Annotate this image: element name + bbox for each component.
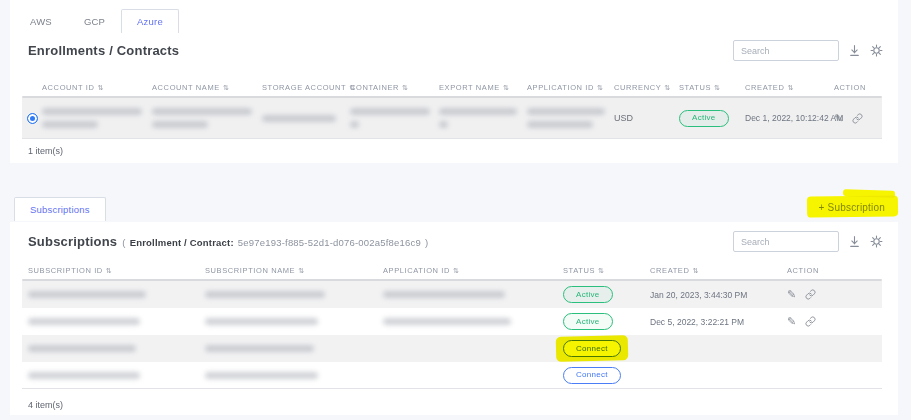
redacted-subscription-id	[28, 318, 140, 325]
col-subscription-id[interactable]: SUBSCRIPTION ID⇅	[22, 266, 199, 275]
yellow-highlight-streak	[843, 189, 895, 198]
redacted-export-name	[439, 108, 525, 128]
link-icon[interactable]	[852, 113, 863, 124]
link-icon[interactable]	[805, 289, 816, 300]
enrollment-contract-id: 5e97e193-f885-52d1-d076-002a5f8e16c9	[238, 237, 421, 248]
redacted-subscription-id	[28, 372, 140, 379]
sort-icon: ⇅	[402, 84, 408, 91]
search-input[interactable]	[733, 231, 839, 252]
subscription-row[interactable]: Connect	[22, 362, 882, 389]
subscription-row[interactable]: Active Dec 5, 2022, 3:22:21 PM ✎	[22, 308, 882, 335]
search-input[interactable]	[733, 40, 839, 61]
col-status[interactable]: STATUS⇅	[557, 266, 644, 275]
edit-icon[interactable]: ✎	[787, 316, 796, 327]
gear-icon[interactable]	[870, 44, 883, 57]
sort-icon: ⇅	[598, 267, 604, 274]
edit-icon[interactable]: ✎	[787, 289, 796, 300]
created-value: Dec 1, 2022, 10:12:42 AM	[743, 113, 832, 123]
link-icon[interactable]	[805, 316, 816, 327]
sort-icon: ⇅	[714, 84, 720, 91]
sort-icon: ⇅	[98, 84, 104, 91]
add-subscription-button[interactable]: + Subscription	[813, 197, 891, 217]
subscriptions-table-header: SUBSCRIPTION ID⇅ SUBSCRIPTION NAME⇅ APPL…	[22, 261, 882, 279]
sort-icon: ⇅	[597, 84, 603, 91]
sort-icon: ⇅	[298, 267, 304, 274]
redacted-account-name	[152, 108, 260, 128]
redacted-subscription-name	[205, 291, 325, 298]
tab-aws[interactable]: AWS	[14, 9, 68, 33]
status-badge: Active	[563, 313, 613, 330]
created-value: Dec 5, 2022, 3:22:21 PM	[644, 317, 781, 327]
enrollments-table-header: ACCOUNT ID⇅ ACCOUNT NAME⇅ STORAGE ACCOUN…	[22, 78, 882, 96]
enrollments-title: Enrollments / Contracts	[28, 43, 179, 58]
tab-subscriptions[interactable]: Subscriptions	[14, 197, 106, 221]
col-status[interactable]: STATUS⇅	[677, 83, 743, 92]
download-icon[interactable]	[848, 235, 861, 248]
redacted-subscription-id	[28, 291, 146, 298]
status-badge: Active	[679, 110, 729, 127]
enrollments-item-count: 1 item(s)	[28, 146, 63, 156]
enrollments-table: ACCOUNT ID⇅ ACCOUNT NAME⇅ STORAGE ACCOUN…	[22, 78, 882, 139]
col-account-name[interactable]: ACCOUNT NAME⇅	[150, 83, 260, 92]
cloud-provider-tabs: AWS GCP Azure	[14, 9, 179, 33]
enrollment-context: ( Enrollment / Contract: 5e97e193-f885-5…	[122, 237, 428, 248]
redacted-application-id	[383, 318, 511, 325]
subscriptions-title: Subscriptions ( Enrollment / Contract: 5…	[28, 234, 428, 249]
redacted-container	[350, 108, 437, 128]
subscription-row[interactable]: Connect	[22, 335, 882, 362]
col-created[interactable]: CREATED⇅	[743, 83, 832, 92]
currency-value: USD	[612, 113, 677, 123]
redacted-application-id	[527, 108, 612, 128]
status-badge: Active	[563, 286, 613, 303]
gear-icon[interactable]	[870, 235, 883, 248]
sort-icon: ⇅	[787, 84, 793, 91]
subscription-row[interactable]: Active Jan 20, 2023, 3:44:30 PM ✎	[22, 281, 882, 308]
col-application-id[interactable]: APPLICATION ID⇅	[377, 266, 557, 275]
col-container[interactable]: CONTAINER⇅	[348, 83, 437, 92]
sort-icon: ⇅	[453, 267, 459, 274]
sort-icon: ⇅	[106, 267, 112, 274]
edit-icon[interactable]: ✎	[834, 113, 843, 124]
col-application-id[interactable]: APPLICATION ID⇅	[525, 83, 612, 92]
tab-gcp[interactable]: GCP	[68, 9, 121, 33]
download-icon[interactable]	[848, 44, 861, 57]
redacted-account-id	[42, 108, 150, 128]
col-storage-account[interactable]: STORAGE ACCOUNT⇅	[260, 83, 348, 92]
redacted-subscription-id	[28, 345, 136, 352]
subscriptions-table: SUBSCRIPTION ID⇅ SUBSCRIPTION NAME⇅ APPL…	[22, 261, 882, 389]
redacted-storage-account	[262, 115, 348, 122]
col-subscription-name[interactable]: SUBSCRIPTION NAME⇅	[199, 266, 377, 275]
col-account-id[interactable]: ACCOUNT ID⇅	[40, 83, 150, 92]
redacted-subscription-name	[205, 345, 314, 352]
col-action: ACTION	[781, 266, 882, 275]
sort-icon: ⇅	[692, 267, 698, 274]
enrollment-row[interactable]: USD Active Dec 1, 2022, 10:12:42 AM ✎	[22, 98, 882, 139]
connect-button[interactable]: Connect	[563, 367, 621, 384]
redacted-subscription-name	[205, 318, 318, 325]
sort-icon: ⇅	[503, 84, 509, 91]
tab-azure[interactable]: Azure	[121, 9, 179, 33]
redacted-application-id	[383, 291, 505, 298]
sort-icon: ⇅	[664, 84, 670, 91]
created-value: Jan 20, 2023, 3:44:30 PM	[644, 290, 781, 300]
connect-button[interactable]: Connect	[563, 340, 621, 357]
col-created[interactable]: CREATED⇅	[644, 266, 781, 275]
col-export-name[interactable]: EXPORT NAME⇅	[437, 83, 525, 92]
subscriptions-item-count: 4 item(s)	[28, 400, 63, 410]
sort-icon: ⇅	[223, 84, 229, 91]
page: AWS GCP Azure Enrollments / Contracts AC…	[0, 0, 911, 420]
col-currency[interactable]: CURRENCY⇅	[612, 83, 677, 92]
col-action: ACTION	[832, 83, 882, 92]
redacted-subscription-name	[205, 372, 318, 379]
row-radio-selected[interactable]	[27, 113, 38, 124]
